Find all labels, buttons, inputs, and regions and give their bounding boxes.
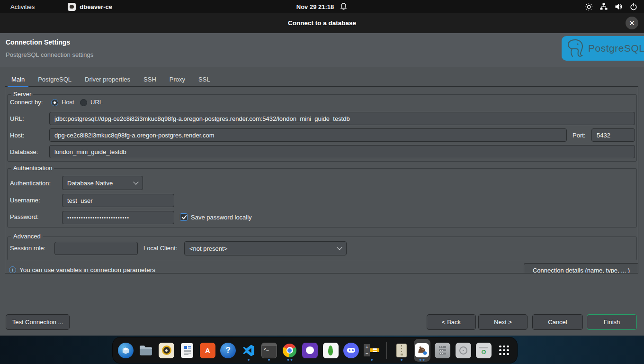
tab-ssl[interactable]: SSL [192,72,217,86]
session-role-label: Session role: [10,245,45,252]
cancel-button[interactable]: Cancel [532,314,583,330]
trash-icon: ♻ [476,343,492,358]
dock-item-help[interactable]: ? [220,339,236,362]
clock[interactable]: Nov 29 21:18 [296,3,334,10]
connect-by-label: Connect by: [10,99,43,106]
database-input[interactable] [49,145,635,158]
tab-driver-properties[interactable]: Driver properties [78,72,137,86]
dock-item-chrome[interactable] [282,339,298,362]
host-label: Host: [10,132,24,139]
vscode-icon [241,343,257,358]
page-title: Connection Settings [6,38,70,46]
variables-hint-text: You can use variables in connection para… [19,266,155,273]
back-button[interactable]: < Back [427,314,476,330]
test-connection-button[interactable]: Test Connection ... [6,314,70,330]
tab-bar: Main PostgreSQL Driver properties SSH Pr… [5,72,638,87]
dock-item-disks[interactable] [455,339,471,362]
tab-ssh[interactable]: SSH [137,72,163,86]
libreoffice-writer-icon [181,343,193,358]
disks-icon [456,343,471,358]
dialog-body: Main PostgreSQL Driver properties SSH Pr… [0,67,644,336]
app-menu-label: dbeaver-ce [80,3,112,10]
brightness-icon[interactable] [585,3,593,11]
dock-item-files[interactable] [138,339,154,362]
dock: A ? >_ +− [112,337,518,364]
host-input[interactable] [49,128,567,142]
password-input[interactable] [62,211,174,224]
radio-host-label[interactable]: Host [62,99,74,106]
power-icon[interactable] [630,3,637,10]
network-icon[interactable] [600,3,608,10]
local-client-select[interactable]: <not present> [184,241,347,255]
postgresql-badge-label: PostgreSQL [588,43,644,54]
radio-url-label[interactable]: URL [90,99,103,106]
rhythmbox-icon [159,343,174,358]
tab-main[interactable]: Main [5,72,31,86]
terminal-icon: >_ [261,343,277,358]
authentication-group-legend: Authentication [11,164,54,172]
dock-item-vscode[interactable] [241,339,257,362]
calculator-icon: +− [364,343,379,358]
authentication-label: Authentication: [10,180,51,187]
dock-item-archive-manager[interactable] [394,339,410,362]
authentication-select[interactable]: Database Native [62,176,143,190]
help-icon: ? [220,343,236,358]
session-role-input[interactable] [54,242,138,255]
app-menu[interactable]: dbeaver-ce [68,3,112,11]
dock-item-discord[interactable] [343,339,359,362]
dock-item-thunderbird[interactable] [117,339,134,362]
chevron-down-icon [133,179,138,184]
archive-manager-icon [396,344,407,357]
authentication-select-value: Database Native [67,180,113,187]
github-desktop-icon [302,343,318,358]
running-indicator [401,359,402,361]
running-indicator [268,359,270,361]
next-button[interactable]: Next > [478,314,528,330]
dock-item-dbeaver[interactable] [414,339,430,362]
username-input[interactable] [62,194,174,207]
dock-item-mongodb[interactable] [322,339,339,362]
dock-item-app-grid[interactable] [496,339,512,362]
url-input[interactable] [49,112,635,125]
info-icon: i [9,266,16,273]
dock-item-terminal[interactable]: >_ [261,339,277,362]
local-client-label: Local Client: [143,245,178,252]
save-password-checkbox[interactable] [180,213,188,221]
finish-button[interactable]: Finish [587,314,637,330]
username-label: Username: [10,197,40,204]
running-indicator [420,359,425,361]
activities-button[interactable]: Activities [8,3,37,10]
dock-item-ubuntu-software[interactable]: A [199,339,215,362]
remote-servers-icon [435,343,450,358]
dialog-title: Connect to a database [288,19,356,27]
dock-item-libreoffice-writer[interactable] [179,339,195,362]
dock-item-remote-servers[interactable] [435,339,451,362]
app-grid-icon [499,346,509,355]
port-label: Port: [572,132,585,139]
advanced-group-legend: Advanced [11,233,43,240]
tab-proxy[interactable]: Proxy [163,72,192,86]
save-password-label[interactable]: Save password locally [191,214,252,221]
dock-item-rhythmbox[interactable] [159,339,175,362]
thunderbird-icon [118,343,134,358]
dock-item-trash[interactable]: ♻ [475,339,492,362]
dialog-titlebar[interactable]: Connect to a database ✕ [0,13,644,33]
url-label: URL: [10,115,24,122]
dock-item-calculator[interactable]: +− [364,339,380,362]
tab-postgresql[interactable]: PostgreSQL [31,72,78,86]
dock-item-github-desktop[interactable] [302,339,318,362]
connection-details-button[interactable]: Connection details (name, type, ... ) [524,263,638,273]
port-input[interactable] [591,128,635,142]
page-subtitle: PostgreSQL connection settings [6,51,93,58]
chevron-down-icon [337,245,342,250]
dialog-header: Connection Settings PostgreSQL connectio… [0,33,644,67]
running-indicator [287,359,292,361]
files-folder-icon [138,343,154,358]
radio-host[interactable] [51,99,58,106]
top-panel: Activities dbeaver-ce Nov 29 21:18 [0,0,644,13]
radio-url[interactable] [80,99,87,106]
close-icon[interactable]: ✕ [626,17,638,29]
ubuntu-software-icon: A [200,343,215,358]
tab-content: Server Connect by: Host URL URL: Host: P… [5,87,638,273]
volume-icon[interactable] [615,3,623,10]
